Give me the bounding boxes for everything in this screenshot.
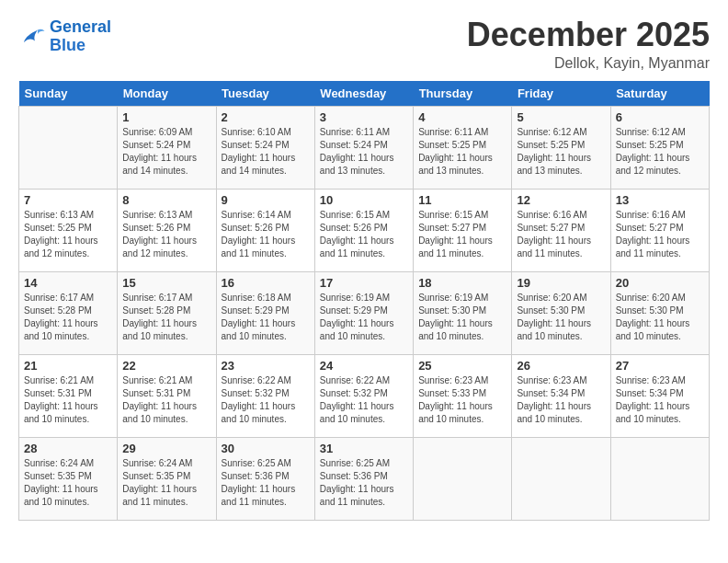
day-cell: 28Sunrise: 6:24 AMSunset: 5:35 PMDayligh… — [19, 438, 118, 521]
day-cell: 27Sunrise: 6:23 AMSunset: 5:34 PMDayligh… — [610, 355, 709, 438]
day-info: Sunrise: 6:09 AMSunset: 5:24 PMDaylight:… — [122, 126, 210, 178]
day-cell: 7Sunrise: 6:13 AMSunset: 5:25 PMDaylight… — [19, 190, 118, 272]
day-number: 19 — [517, 276, 605, 290]
day-info: Sunrise: 6:20 AMSunset: 5:30 PMDaylight:… — [517, 292, 605, 343]
day-number: 15 — [122, 276, 210, 290]
day-info: Sunrise: 6:11 AMSunset: 5:25 PMDaylight:… — [418, 126, 506, 178]
location-title: Dellok, Kayin, Myanmar — [467, 55, 710, 72]
day-number: 10 — [320, 193, 408, 207]
day-info: Sunrise: 6:13 AMSunset: 5:25 PMDaylight:… — [24, 209, 112, 260]
day-info: Sunrise: 6:16 AMSunset: 5:27 PMDaylight:… — [616, 209, 704, 260]
page-header: General Blue December 2025 Dellok, Kayin… — [18, 18, 710, 72]
day-cell: 25Sunrise: 6:23 AMSunset: 5:33 PMDayligh… — [414, 355, 512, 438]
day-info: Sunrise: 6:23 AMSunset: 5:33 PMDaylight:… — [418, 374, 506, 426]
day-info: Sunrise: 6:23 AMSunset: 5:34 PMDaylight:… — [616, 374, 704, 426]
logo-line1: General — [50, 17, 111, 36]
day-number: 18 — [418, 276, 506, 290]
column-header-friday: Friday — [512, 81, 610, 107]
day-number: 17 — [320, 276, 408, 290]
day-cell: 5Sunrise: 6:12 AMSunset: 5:25 PMDaylight… — [512, 107, 610, 190]
day-info: Sunrise: 6:20 AMSunset: 5:30 PMDaylight:… — [616, 292, 704, 343]
week-row-5: 28Sunrise: 6:24 AMSunset: 5:35 PMDayligh… — [19, 438, 710, 521]
day-cell: 16Sunrise: 6:18 AMSunset: 5:29 PMDayligh… — [216, 272, 314, 355]
day-cell: 19Sunrise: 6:20 AMSunset: 5:30 PMDayligh… — [512, 272, 610, 355]
day-number: 23 — [222, 359, 310, 373]
day-info: Sunrise: 6:19 AMSunset: 5:30 PMDaylight:… — [418, 292, 506, 343]
day-cell — [414, 438, 512, 521]
day-cell: 29Sunrise: 6:24 AMSunset: 5:35 PMDayligh… — [118, 438, 216, 521]
day-info: Sunrise: 6:22 AMSunset: 5:32 PMDaylight:… — [222, 374, 310, 426]
day-number: 27 — [616, 359, 704, 373]
day-number: 14 — [24, 276, 112, 290]
title-block: December 2025 Dellok, Kayin, Myanmar — [467, 18, 710, 72]
day-info: Sunrise: 6:17 AMSunset: 5:28 PMDaylight:… — [24, 292, 112, 343]
day-cell: 14Sunrise: 6:17 AMSunset: 5:28 PMDayligh… — [19, 272, 118, 355]
column-header-monday: Monday — [118, 81, 216, 107]
column-header-tuesday: Tuesday — [216, 81, 314, 107]
day-number: 5 — [517, 110, 605, 124]
day-number: 2 — [222, 110, 310, 124]
month-title: December 2025 — [467, 18, 710, 52]
day-cell: 20Sunrise: 6:20 AMSunset: 5:30 PMDayligh… — [610, 272, 709, 355]
week-row-1: 1Sunrise: 6:09 AMSunset: 5:24 PMDaylight… — [19, 107, 710, 190]
day-info: Sunrise: 6:15 AMSunset: 5:26 PMDaylight:… — [320, 209, 408, 260]
day-info: Sunrise: 6:11 AMSunset: 5:24 PMDaylight:… — [320, 126, 408, 178]
day-number: 8 — [122, 193, 210, 207]
day-cell: 17Sunrise: 6:19 AMSunset: 5:29 PMDayligh… — [314, 272, 413, 355]
day-cell: 23Sunrise: 6:22 AMSunset: 5:32 PMDayligh… — [216, 355, 314, 438]
column-header-sunday: Sunday — [19, 81, 118, 107]
day-number: 25 — [418, 359, 506, 373]
day-info: Sunrise: 6:24 AMSunset: 5:35 PMDaylight:… — [24, 457, 112, 509]
column-header-saturday: Saturday — [610, 81, 709, 107]
day-cell: 18Sunrise: 6:19 AMSunset: 5:30 PMDayligh… — [414, 272, 512, 355]
day-number: 4 — [418, 110, 506, 124]
day-number: 29 — [122, 442, 210, 455]
day-info: Sunrise: 6:16 AMSunset: 5:27 PMDaylight:… — [517, 209, 605, 260]
day-cell: 26Sunrise: 6:23 AMSunset: 5:34 PMDayligh… — [512, 355, 610, 438]
logo-line2: Blue — [50, 36, 85, 54]
day-cell: 6Sunrise: 6:12 AMSunset: 5:25 PMDaylight… — [610, 107, 709, 190]
day-cell: 8Sunrise: 6:13 AMSunset: 5:26 PMDaylight… — [118, 190, 216, 272]
day-cell: 24Sunrise: 6:22 AMSunset: 5:32 PMDayligh… — [314, 355, 413, 438]
day-number: 16 — [222, 276, 310, 290]
day-number: 24 — [320, 359, 408, 373]
day-cell: 10Sunrise: 6:15 AMSunset: 5:26 PMDayligh… — [314, 190, 413, 272]
column-header-thursday: Thursday — [414, 81, 512, 107]
day-cell — [512, 438, 610, 521]
day-cell: 4Sunrise: 6:11 AMSunset: 5:25 PMDaylight… — [414, 107, 512, 190]
day-cell: 21Sunrise: 6:21 AMSunset: 5:31 PMDayligh… — [19, 355, 118, 438]
day-number: 6 — [616, 110, 704, 124]
day-cell — [19, 107, 118, 190]
day-info: Sunrise: 6:21 AMSunset: 5:31 PMDaylight:… — [24, 374, 112, 426]
calendar-table: SundayMondayTuesdayWednesdayThursdayFrid… — [18, 81, 710, 521]
day-cell: 3Sunrise: 6:11 AMSunset: 5:24 PMDaylight… — [314, 107, 413, 190]
day-number: 12 — [517, 193, 605, 207]
day-info: Sunrise: 6:12 AMSunset: 5:25 PMDaylight:… — [517, 126, 605, 178]
day-info: Sunrise: 6:10 AMSunset: 5:24 PMDaylight:… — [222, 126, 310, 178]
day-number: 30 — [222, 442, 310, 455]
logo: General Blue — [18, 18, 111, 55]
week-row-4: 21Sunrise: 6:21 AMSunset: 5:31 PMDayligh… — [19, 355, 710, 438]
week-row-2: 7Sunrise: 6:13 AMSunset: 5:25 PMDaylight… — [19, 190, 710, 272]
day-info: Sunrise: 6:24 AMSunset: 5:35 PMDaylight:… — [122, 457, 210, 509]
day-cell: 1Sunrise: 6:09 AMSunset: 5:24 PMDaylight… — [118, 107, 216, 190]
day-number: 22 — [122, 359, 210, 373]
day-info: Sunrise: 6:18 AMSunset: 5:29 PMDaylight:… — [222, 292, 310, 343]
day-info: Sunrise: 6:25 AMSunset: 5:36 PMDaylight:… — [222, 457, 310, 509]
day-number: 1 — [122, 110, 210, 124]
day-cell: 22Sunrise: 6:21 AMSunset: 5:31 PMDayligh… — [118, 355, 216, 438]
day-info: Sunrise: 6:15 AMSunset: 5:27 PMDaylight:… — [418, 209, 506, 260]
day-cell: 30Sunrise: 6:25 AMSunset: 5:36 PMDayligh… — [216, 438, 314, 521]
day-number: 31 — [320, 442, 408, 455]
day-number: 28 — [24, 442, 112, 455]
day-number: 9 — [222, 193, 310, 207]
day-info: Sunrise: 6:19 AMSunset: 5:29 PMDaylight:… — [320, 292, 408, 343]
day-number: 3 — [320, 110, 408, 124]
day-info: Sunrise: 6:22 AMSunset: 5:32 PMDaylight:… — [320, 374, 408, 426]
day-info: Sunrise: 6:23 AMSunset: 5:34 PMDaylight:… — [517, 374, 605, 426]
logo-text: General Blue — [50, 18, 111, 55]
day-cell: 9Sunrise: 6:14 AMSunset: 5:26 PMDaylight… — [216, 190, 314, 272]
day-cell: 15Sunrise: 6:17 AMSunset: 5:28 PMDayligh… — [118, 272, 216, 355]
week-row-3: 14Sunrise: 6:17 AMSunset: 5:28 PMDayligh… — [19, 272, 710, 355]
day-info: Sunrise: 6:25 AMSunset: 5:36 PMDaylight:… — [320, 457, 408, 509]
